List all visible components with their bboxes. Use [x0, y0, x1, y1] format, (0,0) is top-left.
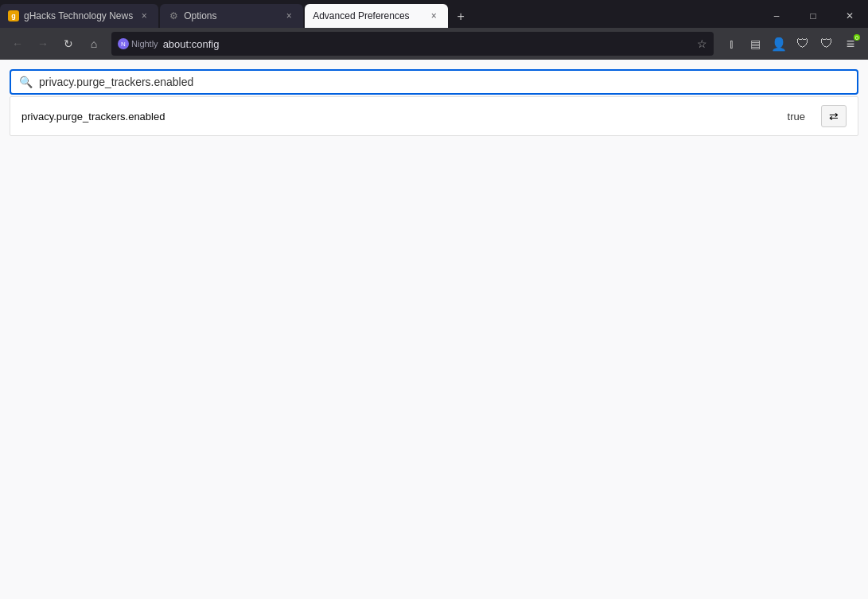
search-icon: 🔍 — [19, 76, 33, 88]
vpn-shield-icon: 🛡 — [820, 37, 833, 51]
search-bar[interactable]: 🔍 — [10, 69, 858, 95]
tracking-protection-button[interactable]: 🛡 — [792, 33, 814, 55]
account-button[interactable]: 👤 — [768, 33, 790, 55]
browser-toolbar: ← → ↻ ⌂ N Nightly about:config ☆ ⫿ ▤ 👤 🛡… — [0, 28, 868, 60]
maximize-button[interactable]: □ — [795, 2, 831, 30]
close-button[interactable]: ✕ — [831, 2, 868, 30]
nightly-badge: N Nightly — [118, 38, 158, 49]
search-input[interactable] — [39, 76, 849, 88]
window-controls: – □ ✕ — [758, 4, 868, 28]
tab-advanced-prefs-label: Advanced Preferences — [313, 10, 422, 21]
url-bar[interactable]: N Nightly about:config ☆ — [111, 32, 714, 56]
nightly-icon: N — [118, 38, 129, 49]
tab-ghacks-close[interactable]: × — [138, 10, 150, 22]
toolbar-icons: ⫿ ▤ 👤 🛡 🛡 ≡ 0 — [720, 33, 862, 55]
library-icon: ⫿ — [729, 37, 734, 50]
tab-ghacks[interactable]: g gHacks Technology News × — [0, 4, 158, 28]
nightly-label: Nightly — [131, 39, 158, 49]
library-button[interactable]: ⫿ — [720, 33, 742, 55]
pref-name: privacy.purge_trackers.enabled — [21, 111, 772, 123]
table-row: privacy.purge_trackers.enabled true ⇄ — [10, 97, 858, 135]
account-icon: 👤 — [771, 37, 787, 52]
minimize-button[interactable]: – — [758, 2, 795, 30]
bookmark-star-button[interactable]: ☆ — [697, 37, 707, 50]
shield-icon: 🛡 — [796, 37, 809, 51]
toggle-button[interactable]: ⇄ — [821, 105, 847, 127]
menu-button[interactable]: ≡ 0 — [839, 33, 862, 55]
tab-advanced-prefs[interactable]: Advanced Preferences × — [305, 4, 448, 28]
reader-view-button[interactable]: ▤ — [744, 33, 766, 55]
tab-advanced-prefs-close[interactable]: × — [427, 10, 440, 22]
ghacks-favicon: g — [8, 10, 19, 21]
url-text: about:config — [163, 38, 692, 50]
back-button[interactable]: ← — [6, 33, 29, 55]
new-tab-button[interactable]: + — [450, 6, 472, 28]
vpn-button[interactable]: 🛡 — [815, 33, 838, 55]
results-table: privacy.purge_trackers.enabled true ⇄ — [10, 96, 858, 136]
options-favicon: ⚙ — [168, 10, 179, 21]
tab-options[interactable]: ⚙ Options × — [160, 4, 303, 28]
page-content: 🔍 privacy.purge_trackers.enabled true ⇄ — [0, 60, 868, 146]
addon-badge: 0 — [854, 34, 860, 41]
tab-ghacks-label: gHacks Technology News — [24, 10, 133, 21]
tab-options-label: Options — [184, 10, 278, 21]
home-button[interactable]: ⌂ — [83, 33, 105, 55]
reader-icon: ▤ — [750, 37, 761, 50]
tab-options-close[interactable]: × — [282, 10, 295, 22]
title-bar: g gHacks Technology News × ⚙ Options × A… — [0, 0, 868, 28]
forward-button[interactable]: → — [32, 33, 54, 55]
pref-value: true — [772, 111, 821, 123]
reload-button[interactable]: ↻ — [57, 33, 80, 55]
